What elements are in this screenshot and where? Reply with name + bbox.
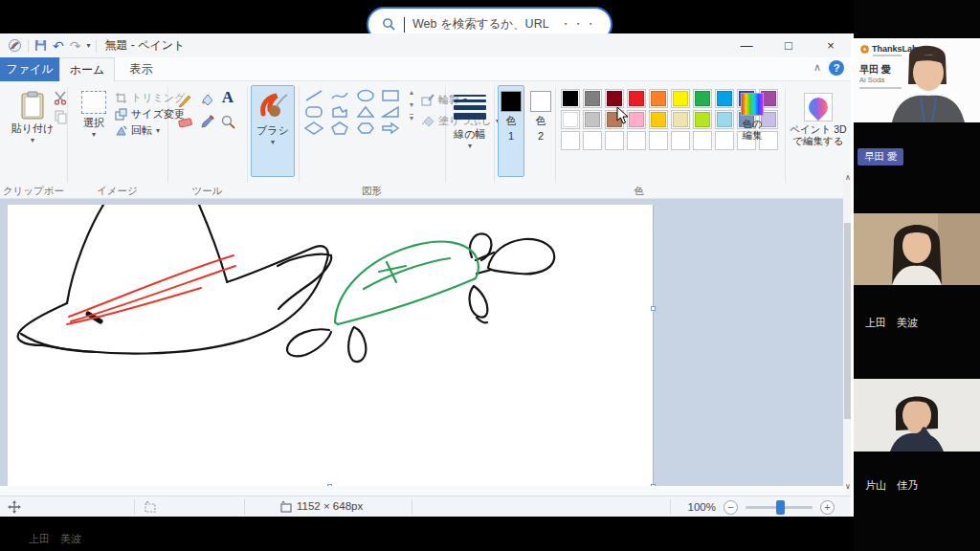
text-tool-icon[interactable]: A xyxy=(219,89,236,106)
palette-swatch[interactable] xyxy=(627,110,646,129)
palette-swatch[interactable] xyxy=(649,110,668,129)
rounded-rectangle-shape-icon[interactable] xyxy=(304,105,323,119)
video-tile-1[interactable]: ThanksLab 早田 愛 Ai Soda xyxy=(854,38,980,122)
maximize-button[interactable]: □ xyxy=(768,33,810,57)
tab-home[interactable]: ホーム xyxy=(59,57,115,81)
zoom-out-button[interactable]: − xyxy=(724,500,738,515)
undo-icon[interactable]: ↶ xyxy=(53,40,64,52)
shapes-scroll-up-icon[interactable]: ▴ xyxy=(410,89,413,97)
color2-button[interactable]: 色 2 xyxy=(527,85,554,177)
canvas-size-text: 1152 × 648px xyxy=(297,500,363,512)
diamond-shape-icon[interactable] xyxy=(304,121,323,135)
edit-colors-icon xyxy=(741,93,764,116)
edit-colors-button[interactable]: 色の 編集 xyxy=(727,87,777,173)
palette-swatch[interactable] xyxy=(561,110,580,129)
fill-bucket-icon[interactable] xyxy=(198,91,215,108)
palette-swatch-empty[interactable] xyxy=(649,131,668,150)
horizontal-scrollbar[interactable] xyxy=(0,486,846,496)
drawing-canvas[interactable] xyxy=(8,205,653,519)
clipboard-icon xyxy=(20,91,45,120)
magnifier-icon[interactable] xyxy=(219,113,236,130)
palette-swatch[interactable] xyxy=(693,110,712,129)
polygon-shape-icon[interactable] xyxy=(330,105,349,119)
tab-view[interactable]: 表示 xyxy=(115,57,167,81)
participants-sidebar: ThanksLab 早田 愛 Ai Soda 早田 愛 上田 美波 xyxy=(854,0,980,551)
palette-swatch[interactable] xyxy=(605,110,624,129)
arrow-shape-icon[interactable] xyxy=(381,121,400,135)
collapse-ribbon-icon[interactable]: ∧ xyxy=(813,61,821,74)
rectangle-shape-icon[interactable] xyxy=(381,89,400,102)
palette-swatch[interactable] xyxy=(671,89,690,108)
brush-label: ブラシ xyxy=(256,123,289,138)
more-options-icon[interactable]: ・・・ xyxy=(560,16,597,33)
quick-access-toolbar: ↶ ↷ ▾ xyxy=(0,38,97,53)
palette-swatch[interactable] xyxy=(627,89,646,108)
edit-colors-label: 色の xyxy=(742,118,762,129)
crop-button[interactable]: トリミング xyxy=(115,91,185,105)
close-button[interactable]: × xyxy=(810,33,852,57)
palette-swatch[interactable] xyxy=(583,89,602,108)
triangle-shape-icon[interactable] xyxy=(356,105,375,119)
curve-shape-icon[interactable] xyxy=(330,89,349,102)
ribbon: 貼り付け ▾ クリップボード 選択 xyxy=(0,81,852,199)
palette-swatch[interactable] xyxy=(671,110,690,129)
palette-swatch[interactable] xyxy=(583,110,602,129)
copy-icon[interactable] xyxy=(52,108,69,125)
hexagon-shape-icon[interactable] xyxy=(356,121,375,135)
palette-swatch[interactable] xyxy=(693,89,712,108)
color2-label: 色 xyxy=(536,114,546,128)
vbg-romaji: Ai Soda xyxy=(859,76,884,84)
participant-2-name: 上田 美波 xyxy=(865,316,918,330)
participant-2-video xyxy=(854,213,980,285)
resize-icon xyxy=(115,108,127,121)
participant-1-name-badge: 早田 愛 xyxy=(858,148,903,165)
zoom-in-button[interactable]: + xyxy=(820,500,835,515)
brush-button[interactable]: ブラシ ▾ xyxy=(251,85,295,177)
paint3d-button[interactable]: ペイント 3D で編集する xyxy=(789,87,848,179)
drawing-hat-and-turtle xyxy=(8,205,653,519)
customize-toolbar-chevron-icon[interactable]: ▾ xyxy=(86,43,90,49)
paint-app-icon xyxy=(8,38,22,53)
line-width-button[interactable]: 線の幅 ▾ xyxy=(450,85,490,177)
help-icon[interactable]: ? xyxy=(829,60,844,76)
palette-swatch[interactable] xyxy=(605,89,624,108)
palette-swatch-empty[interactable] xyxy=(583,131,602,150)
palette-swatch-empty[interactable] xyxy=(627,131,646,150)
color-picker-icon[interactable] xyxy=(198,113,215,130)
paste-button[interactable]: 貼り付け ▾ xyxy=(8,85,57,173)
redo-icon[interactable]: ↷ xyxy=(70,40,81,52)
canvas-resize-handle-right[interactable] xyxy=(651,306,656,311)
palette-swatch[interactable] xyxy=(561,89,580,108)
color1-button[interactable]: 色 1 xyxy=(498,85,524,177)
search-placeholder: Web を検索するか、URL を入力... xyxy=(412,16,552,33)
cut-icon[interactable] xyxy=(52,89,69,106)
palette-swatch-empty[interactable] xyxy=(693,131,712,150)
zoom-slider-thumb[interactable] xyxy=(776,500,785,515)
resize-button[interactable]: サイズ変更 xyxy=(115,107,185,121)
color1-swatch xyxy=(501,91,522,112)
pentagon-shape-icon[interactable] xyxy=(330,121,349,135)
tab-file[interactable]: ファイル xyxy=(0,57,59,81)
palette-swatch[interactable] xyxy=(649,89,668,108)
chevron-down-icon: ▾ xyxy=(31,138,34,143)
eraser-icon[interactable] xyxy=(176,113,193,130)
thankslab-logo-icon xyxy=(860,45,869,54)
palette-swatch-empty[interactable] xyxy=(561,131,580,150)
video-tile-2[interactable] xyxy=(854,213,980,285)
shapes-expand-icon[interactable]: ▾ xyxy=(410,114,413,122)
crop-icon xyxy=(115,92,127,104)
video-tile-3[interactable] xyxy=(854,379,980,452)
shapes-scroll-down-icon[interactable]: ▾ xyxy=(410,101,413,109)
palette-swatch-empty[interactable] xyxy=(671,131,690,150)
ribbon-tab-row: ファイル ホーム 表示 ∧ ? xyxy=(0,57,852,81)
save-icon[interactable] xyxy=(34,39,47,52)
right-triangle-shape-icon[interactable] xyxy=(381,105,400,119)
line-shape-icon[interactable] xyxy=(304,89,323,102)
rotate-button[interactable]: 回転 ▾ xyxy=(115,123,160,138)
palette-swatch-empty[interactable] xyxy=(605,131,624,150)
minimize-button[interactable]: — xyxy=(725,33,768,57)
select-button[interactable]: 選択 ▾ xyxy=(75,85,113,173)
ellipse-shape-icon[interactable] xyxy=(356,89,375,102)
zoom-slider[interactable] xyxy=(746,506,813,509)
pencil-icon[interactable] xyxy=(176,91,193,108)
